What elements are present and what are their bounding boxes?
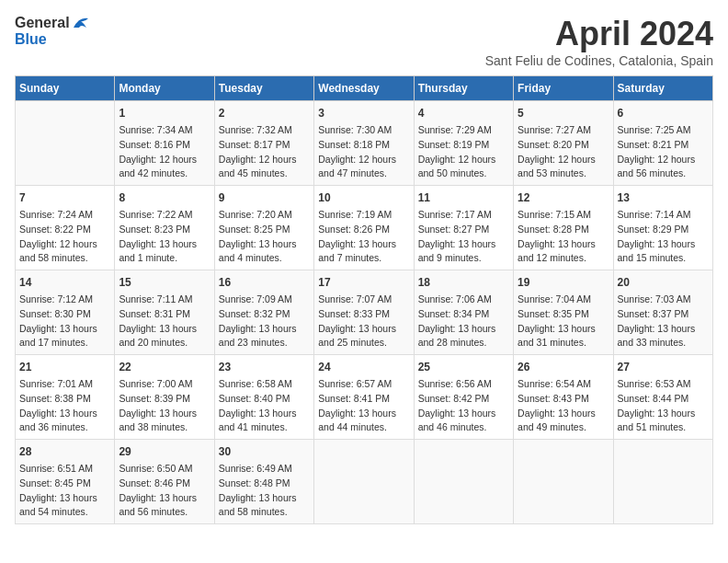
cell-content: Sunrise: 7:34 AMSunset: 8:16 PMDaylight:… bbox=[119, 123, 210, 181]
cell-content: Sunrise: 6:56 AMSunset: 8:42 PMDaylight:… bbox=[418, 377, 509, 435]
day-number: 14 bbox=[19, 274, 110, 291]
calendar-cell bbox=[16, 101, 115, 186]
calendar-cell bbox=[613, 440, 712, 524]
column-header-saturday: Saturday bbox=[613, 76, 712, 101]
day-number: 10 bbox=[318, 190, 409, 206]
week-row-5: 28Sunrise: 6:51 AMSunset: 8:45 PMDayligh… bbox=[16, 440, 713, 524]
calendar-cell: 17Sunrise: 7:07 AMSunset: 8:33 PMDayligh… bbox=[314, 270, 414, 355]
calendar-cell: 6Sunrise: 7:25 AMSunset: 8:21 PMDaylight… bbox=[613, 101, 712, 186]
cell-content: Sunrise: 7:32 AMSunset: 8:17 PMDaylight:… bbox=[219, 123, 310, 181]
cell-content: Sunrise: 6:53 AMSunset: 8:44 PMDaylight:… bbox=[618, 377, 709, 435]
calendar-cell: 3Sunrise: 7:30 AMSunset: 8:18 PMDaylight… bbox=[314, 101, 414, 186]
cell-content: Sunrise: 7:12 AMSunset: 8:30 PMDaylight:… bbox=[19, 293, 110, 350]
column-header-friday: Friday bbox=[514, 76, 613, 101]
cell-content: Sunrise: 7:14 AMSunset: 8:29 PMDaylight:… bbox=[618, 208, 709, 266]
day-number: 2 bbox=[219, 105, 310, 121]
day-number: 3 bbox=[318, 105, 409, 121]
calendar-table: SundayMondayTuesdayWednesdayThursdayFrid… bbox=[15, 75, 713, 524]
calendar-cell: 11Sunrise: 7:17 AMSunset: 8:27 PMDayligh… bbox=[414, 186, 513, 270]
cell-content: Sunrise: 6:51 AMSunset: 8:45 PMDaylight:… bbox=[19, 462, 110, 520]
cell-content: Sunrise: 7:24 AMSunset: 8:22 PMDaylight:… bbox=[19, 208, 110, 266]
calendar-cell: 9Sunrise: 7:20 AMSunset: 8:25 PMDaylight… bbox=[214, 186, 313, 270]
calendar-cell: 29Sunrise: 6:50 AMSunset: 8:46 PMDayligh… bbox=[115, 440, 214, 524]
cell-content: Sunrise: 7:29 AMSunset: 8:19 PMDaylight:… bbox=[418, 123, 509, 181]
cell-content: Sunrise: 7:03 AMSunset: 8:37 PMDaylight:… bbox=[618, 293, 709, 350]
column-header-tuesday: Tuesday bbox=[214, 76, 313, 101]
day-number: 30 bbox=[219, 443, 310, 460]
week-row-4: 21Sunrise: 7:01 AMSunset: 8:38 PMDayligh… bbox=[16, 355, 713, 440]
column-header-wednesday: Wednesday bbox=[314, 76, 414, 101]
day-number: 6 bbox=[618, 105, 709, 121]
day-number: 8 bbox=[119, 190, 210, 206]
calendar-cell: 27Sunrise: 6:53 AMSunset: 8:44 PMDayligh… bbox=[613, 355, 712, 440]
calendar-cell: 2Sunrise: 7:32 AMSunset: 8:17 PMDaylight… bbox=[214, 101, 313, 186]
column-header-monday: Monday bbox=[115, 76, 214, 101]
logo: General Blue bbox=[15, 15, 92, 48]
day-number: 15 bbox=[119, 274, 210, 291]
logo-bird-icon bbox=[72, 15, 92, 31]
cell-content: Sunrise: 7:27 AMSunset: 8:20 PMDaylight:… bbox=[518, 123, 609, 181]
cell-content: Sunrise: 7:30 AMSunset: 8:18 PMDaylight:… bbox=[318, 123, 409, 181]
column-header-thursday: Thursday bbox=[414, 76, 513, 101]
cell-content: Sunrise: 7:19 AMSunset: 8:26 PMDaylight:… bbox=[318, 208, 409, 266]
calendar-cell: 25Sunrise: 6:56 AMSunset: 8:42 PMDayligh… bbox=[414, 355, 513, 440]
week-row-2: 7Sunrise: 7:24 AMSunset: 8:22 PMDaylight… bbox=[16, 186, 713, 270]
cell-content: Sunrise: 7:11 AMSunset: 8:31 PMDaylight:… bbox=[119, 293, 210, 350]
cell-content: Sunrise: 6:49 AMSunset: 8:48 PMDaylight:… bbox=[219, 462, 310, 520]
cell-content: Sunrise: 7:22 AMSunset: 8:23 PMDaylight:… bbox=[119, 208, 210, 266]
cell-content: Sunrise: 6:57 AMSunset: 8:41 PMDaylight:… bbox=[318, 377, 409, 435]
day-number: 9 bbox=[219, 190, 310, 206]
cell-content: Sunrise: 7:15 AMSunset: 8:28 PMDaylight:… bbox=[518, 208, 609, 266]
day-number: 27 bbox=[618, 359, 709, 375]
day-number: 1 bbox=[119, 105, 210, 121]
calendar-cell: 7Sunrise: 7:24 AMSunset: 8:22 PMDaylight… bbox=[16, 186, 115, 270]
calendar-cell: 26Sunrise: 6:54 AMSunset: 8:43 PMDayligh… bbox=[514, 355, 613, 440]
day-number: 21 bbox=[19, 359, 110, 375]
cell-content: Sunrise: 6:54 AMSunset: 8:43 PMDaylight:… bbox=[518, 377, 609, 435]
day-number: 28 bbox=[19, 443, 110, 460]
calendar-cell bbox=[314, 440, 414, 524]
day-number: 26 bbox=[518, 359, 609, 375]
calendar-cell: 1Sunrise: 7:34 AMSunset: 8:16 PMDaylight… bbox=[115, 101, 214, 186]
calendar-cell: 24Sunrise: 6:57 AMSunset: 8:41 PMDayligh… bbox=[314, 355, 414, 440]
day-number: 11 bbox=[418, 190, 509, 206]
calendar-cell: 22Sunrise: 7:00 AMSunset: 8:39 PMDayligh… bbox=[115, 355, 214, 440]
calendar-cell: 4Sunrise: 7:29 AMSunset: 8:19 PMDaylight… bbox=[414, 101, 513, 186]
main-title: April 2024 bbox=[485, 15, 713, 53]
calendar-cell: 15Sunrise: 7:11 AMSunset: 8:31 PMDayligh… bbox=[115, 270, 214, 355]
calendar-cell: 5Sunrise: 7:27 AMSunset: 8:20 PMDaylight… bbox=[514, 101, 613, 186]
calendar-cell: 21Sunrise: 7:01 AMSunset: 8:38 PMDayligh… bbox=[16, 355, 115, 440]
cell-content: Sunrise: 7:25 AMSunset: 8:21 PMDaylight:… bbox=[618, 123, 709, 181]
cell-content: Sunrise: 7:06 AMSunset: 8:34 PMDaylight:… bbox=[418, 293, 509, 350]
calendar-cell: 28Sunrise: 6:51 AMSunset: 8:45 PMDayligh… bbox=[16, 440, 115, 524]
calendar-cell: 30Sunrise: 6:49 AMSunset: 8:48 PMDayligh… bbox=[214, 440, 313, 524]
cell-content: Sunrise: 7:00 AMSunset: 8:39 PMDaylight:… bbox=[119, 377, 210, 435]
day-number: 12 bbox=[518, 190, 609, 206]
day-number: 4 bbox=[418, 105, 509, 121]
day-number: 13 bbox=[618, 190, 709, 206]
day-number: 7 bbox=[19, 190, 110, 206]
day-number: 22 bbox=[119, 359, 210, 375]
day-number: 23 bbox=[219, 359, 310, 375]
calendar-cell: 10Sunrise: 7:19 AMSunset: 8:26 PMDayligh… bbox=[314, 186, 414, 270]
cell-content: Sunrise: 7:01 AMSunset: 8:38 PMDaylight:… bbox=[19, 377, 110, 435]
header-row: SundayMondayTuesdayWednesdayThursdayFrid… bbox=[16, 76, 713, 101]
page-header: General Blue April 2024 Sant Feliu de Co… bbox=[15, 15, 713, 68]
day-number: 24 bbox=[318, 359, 409, 375]
day-number: 17 bbox=[318, 274, 409, 291]
calendar-cell bbox=[414, 440, 513, 524]
calendar-cell: 19Sunrise: 7:04 AMSunset: 8:35 PMDayligh… bbox=[514, 270, 613, 355]
title-area: April 2024 Sant Feliu de Codines, Catalo… bbox=[485, 15, 713, 68]
day-number: 16 bbox=[219, 274, 310, 291]
cell-content: Sunrise: 7:17 AMSunset: 8:27 PMDaylight:… bbox=[418, 208, 509, 266]
calendar-cell: 16Sunrise: 7:09 AMSunset: 8:32 PMDayligh… bbox=[214, 270, 313, 355]
calendar-cell: 14Sunrise: 7:12 AMSunset: 8:30 PMDayligh… bbox=[16, 270, 115, 355]
cell-content: Sunrise: 7:09 AMSunset: 8:32 PMDaylight:… bbox=[219, 293, 310, 350]
logo-blue-text: Blue bbox=[15, 31, 92, 48]
calendar-cell: 23Sunrise: 6:58 AMSunset: 8:40 PMDayligh… bbox=[214, 355, 313, 440]
day-number: 20 bbox=[618, 274, 709, 291]
cell-content: Sunrise: 6:50 AMSunset: 8:46 PMDaylight:… bbox=[119, 462, 210, 520]
column-header-sunday: Sunday bbox=[16, 76, 115, 101]
cell-content: Sunrise: 7:20 AMSunset: 8:25 PMDaylight:… bbox=[219, 208, 310, 266]
cell-content: Sunrise: 7:04 AMSunset: 8:35 PMDaylight:… bbox=[518, 293, 609, 350]
